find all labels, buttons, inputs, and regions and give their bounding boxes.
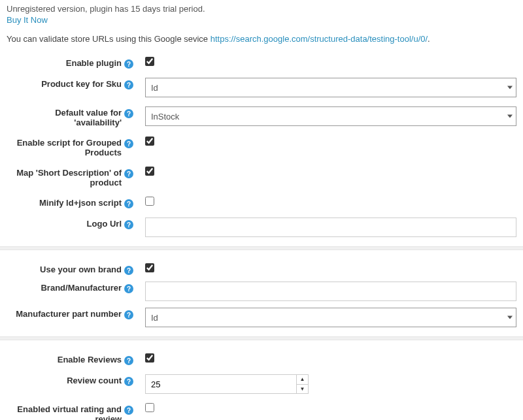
help-icon[interactable]: ?: [124, 284, 133, 293]
help-icon[interactable]: ?: [124, 266, 133, 275]
enable-reviews-checkbox[interactable]: [145, 353, 154, 363]
validate-prefix: You can validate store URLs using this G…: [7, 34, 211, 44]
default-availability-select[interactable]: InStock: [145, 106, 516, 126]
buy-link[interactable]: Buy It Now: [7, 15, 48, 25]
validate-url-link[interactable]: https://search.google.com/structured-dat…: [211, 34, 428, 44]
help-icon[interactable]: ?: [124, 80, 133, 89]
help-icon[interactable]: ?: [124, 377, 133, 386]
help-icon[interactable]: ?: [124, 169, 133, 178]
own-brand-checkbox[interactable]: [145, 263, 154, 272]
help-icon[interactable]: ?: [124, 406, 133, 415]
review-count-stepper[interactable]: ▲ ▼: [145, 374, 309, 394]
logo-url-input[interactable]: [145, 218, 516, 237]
default-availability-label: Default value for 'availability': [7, 108, 122, 127]
help-icon[interactable]: ?: [124, 356, 133, 365]
minify-label: Minify ld+json script: [39, 198, 122, 208]
section-divider: [0, 246, 523, 250]
enable-reviews-label: Enable Reviews: [58, 355, 122, 364]
map-short-desc-label: Map 'Short Description' of product: [7, 168, 122, 187]
brand-manuf-label: Brand/Manufacturer: [41, 283, 122, 293]
spinner-up-icon[interactable]: ▲: [297, 375, 308, 385]
spinner-down-icon[interactable]: ▼: [297, 385, 308, 394]
review-count-label: Review count: [67, 376, 122, 385]
trial-notice: Unregistered version, plugin has 15 days…: [7, 4, 516, 14]
manuf-part-label: Manufacturer part number: [16, 309, 122, 319]
help-icon[interactable]: ?: [124, 59, 133, 69]
logo-url-label: Logo Url: [87, 219, 122, 229]
virtual-rating-label: Enabled virtual rating and review: [7, 404, 122, 420]
section-divider: [0, 336, 523, 340]
manuf-part-select[interactable]: Id: [145, 308, 516, 327]
product-key-label: Product key for Sku: [41, 79, 122, 89]
own-brand-label: Use your own brand: [40, 265, 122, 274]
review-count-input[interactable]: [146, 375, 296, 393]
map-short-desc-checkbox[interactable]: [145, 167, 154, 176]
minify-checkbox[interactable]: [145, 197, 154, 206]
enable-grouped-checkbox[interactable]: [145, 137, 154, 146]
enable-plugin-checkbox[interactable]: [145, 57, 154, 66]
enable-plugin-label: Enable plugin: [66, 58, 122, 68]
validate-info: You can validate store URLs using this G…: [7, 34, 516, 44]
help-icon[interactable]: ?: [124, 139, 133, 148]
help-icon[interactable]: ?: [124, 199, 133, 208]
virtual-rating-checkbox[interactable]: [145, 403, 154, 412]
validate-suffix: .: [428, 34, 430, 44]
help-icon[interactable]: ?: [124, 220, 133, 229]
brand-manuf-input[interactable]: [145, 282, 516, 301]
enable-grouped-label: Enable script for Grouped Products: [7, 138, 122, 157]
help-icon[interactable]: ?: [124, 310, 133, 319]
help-icon[interactable]: ?: [124, 109, 133, 118]
product-key-select[interactable]: Id: [145, 78, 516, 97]
